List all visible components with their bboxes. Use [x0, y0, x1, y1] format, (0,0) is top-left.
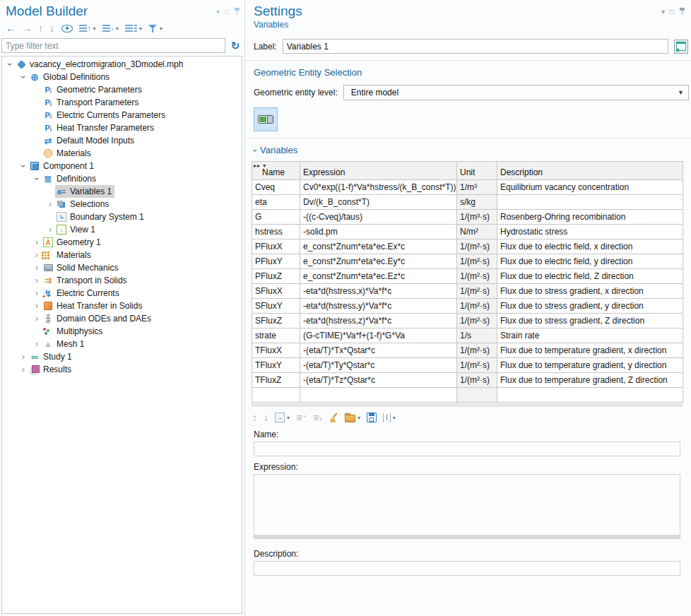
move-up-icon[interactable]: ↑	[38, 23, 43, 34]
cell-expression[interactable]: -eta*d(hstress,x)*Va*f*c	[300, 284, 457, 299]
cell-expression[interactable]: -eta*d(hstress,y)*Va*f*c	[300, 299, 457, 314]
cell-description[interactable]	[497, 195, 683, 210]
filter-input[interactable]	[1, 38, 225, 53]
tree-item-domain-odes-and-daes[interactable]: › Domain ODEs and DAEs	[2, 312, 242, 325]
tree-item-global-definitions[interactable]: › Global Definitions	[2, 71, 242, 83]
pin-icon[interactable]	[679, 8, 685, 16]
cell-description[interactable]: Equilibrium vacancy concentration	[497, 180, 683, 195]
cell-expression[interactable]: -(eta/T)*Tz*Qstar*c	[300, 373, 457, 388]
table-row[interactable]: eta Dv/(k_B_const*T) s/kg	[252, 195, 683, 210]
tree-item-heat-transfer-parameters[interactable]: Heat Transfer Parameters	[2, 122, 242, 134]
expression-input[interactable]	[254, 474, 680, 539]
table-row[interactable]: TFluxY -(eta/T)*Ty*Qstar*c 1/(m²·s) Flux…	[252, 358, 683, 373]
cell-expression[interactable]: -(eta/T)*Tx*Qstar*c	[300, 343, 457, 358]
cell-name[interactable]: Cveq	[252, 180, 300, 195]
tree-item-variables-1[interactable]: Variables 1	[2, 185, 242, 198]
cell-description[interactable]: Rosenberg-Ohring recombination	[497, 210, 683, 225]
cell-unit[interactable]: 1/s	[457, 328, 497, 343]
cell-name[interactable]: PFluxX	[252, 239, 300, 254]
cell-description[interactable]: Flux due to temperature gradient, y dire…	[497, 358, 683, 373]
tree-expander-icon[interactable]: ›	[32, 276, 42, 285]
table-row[interactable]: SFluxZ -eta*d(hstress,z)*Va*f*c 1/(m²·s)…	[252, 314, 683, 328]
cell-unit[interactable]: 1/(m²·s)	[457, 299, 497, 314]
tree-expander-icon[interactable]: ›	[32, 174, 42, 184]
cell-description[interactable]: Strain rate	[497, 328, 683, 343]
node-label-icon[interactable]: ▾	[125, 23, 142, 34]
tree-item-transport-parameters[interactable]: Transport Parameters	[2, 96, 242, 109]
table-row[interactable]	[252, 388, 683, 403]
tree-item-view-1[interactable]: › View 1	[2, 223, 242, 236]
show-icon[interactable]	[61, 23, 73, 33]
cell-expression[interactable]: -eta*d(hstress,z)*Va*f*c	[300, 314, 457, 328]
name-input[interactable]	[254, 442, 680, 456]
tree-item-multiphysics[interactable]: Multiphysics	[2, 325, 242, 338]
move-down-icon[interactable]: ↓	[264, 412, 268, 423]
tree-item-mesh-1[interactable]: › Mesh 1	[2, 338, 242, 350]
move-up-icon[interactable]: ↑	[252, 412, 257, 423]
tree-expander-icon[interactable]: ›	[45, 199, 55, 209]
float-window-icon[interactable]: □	[225, 8, 229, 16]
tree-expander-icon[interactable]: ›	[18, 352, 28, 362]
cell-unit[interactable]: 1/(m²·s)	[457, 343, 497, 358]
clear-table-icon[interactable]	[329, 413, 338, 423]
cell-name[interactable]: PFluxZ	[252, 269, 300, 284]
cell-name[interactable]: SFluxY	[252, 299, 300, 314]
cell-name[interactable]: G	[252, 210, 300, 225]
variables-section-header[interactable]: › Variables	[254, 145, 691, 155]
refresh-icon[interactable]: ↻	[229, 40, 242, 52]
tree-item-electric-currents-parameters[interactable]: Electric Currents Parameters	[2, 109, 242, 122]
cell-name[interactable]: TFluxY	[252, 358, 300, 373]
filter-icon[interactable]: ▾	[148, 23, 163, 34]
cell-name[interactable]	[252, 388, 300, 403]
tree-item-geometry-1[interactable]: › Geometry 1	[2, 236, 242, 249]
play-forward-icon[interactable]: ▸▸ ▾	[254, 162, 266, 169]
tree-item-component-1[interactable]: › Component 1	[2, 160, 242, 172]
cell-expression[interactable]: -solid.pm	[300, 225, 457, 239]
table-row[interactable]: TFluxZ -(eta/T)*Tz*Qstar*c 1/(m²·s) Flux…	[252, 373, 683, 388]
tree-item-selections[interactable]: › Selections	[2, 198, 242, 211]
delete-row-icon[interactable]: ≣ₓ	[313, 412, 322, 423]
active-toggle-button[interactable]	[254, 107, 278, 131]
load-from-file-icon[interactable]: ▾	[345, 412, 360, 423]
cell-name[interactable]: PFluxY	[252, 254, 300, 269]
tree-item-definitions[interactable]: › Definitions	[2, 172, 242, 185]
table-row[interactable]: PFluxZ e_const*Znum*eta*ec.Ez*c 1/(m²·s)…	[252, 269, 683, 284]
tree-expander-icon[interactable]: ›	[32, 237, 42, 247]
chevron-down-icon[interactable]: ▾	[216, 8, 220, 16]
table-row[interactable]: SFluxY -eta*d(hstress,y)*Va*f*c 1/(m²·s)…	[252, 299, 683, 314]
cell-name[interactable]: SFluxX	[252, 284, 300, 299]
move-down-icon[interactable]: ↓	[49, 23, 54, 34]
label-input[interactable]	[283, 39, 668, 54]
rename-form-icon[interactable]	[674, 40, 688, 54]
chevron-down-icon[interactable]: ▾	[661, 8, 665, 16]
cell-description[interactable]: Flux due to electric field, x direction	[497, 239, 683, 254]
tree-expander-icon[interactable]: ›	[32, 339, 42, 349]
table-row[interactable]: strate (G-cTIME)*Va*f+(1-f)*G*Va 1/s Str…	[252, 328, 683, 343]
expand-descending-icon[interactable]: ↓▾	[102, 23, 119, 34]
tree-item-study-1[interactable]: › Study 1	[2, 350, 242, 363]
pin-icon[interactable]	[234, 8, 240, 16]
tree-item-materials[interactable]: › Materials	[2, 249, 242, 261]
cell-unit[interactable]: 1/(m²·s)	[457, 269, 497, 284]
cell-description[interactable]: Flux due to stress gradient, Z direction	[497, 314, 683, 328]
cell-name[interactable]: TFluxZ	[252, 373, 300, 388]
tree-item-solid-mechanics[interactable]: › Solid Mechanics	[2, 261, 242, 274]
tree-item-vacancy-electromigration-3dmodel-mph[interactable]: › vacancy_electromigration_3Dmodel.mph	[2, 58, 242, 71]
cell-description[interactable]: Flux due to stress gradient, y direction	[497, 299, 683, 314]
tree-expander-icon[interactable]: ›	[18, 365, 28, 374]
cell-expression[interactable]: e_const*Znum*eta*ec.Ex*c	[300, 239, 457, 254]
tree-expander-icon[interactable]: ›	[18, 72, 28, 82]
cell-name[interactable]: eta	[252, 195, 300, 210]
table-row[interactable]: G -((c-Cveq)/taus) 1/(m³·s) Rosenberg-Oh…	[252, 210, 683, 225]
add-row-icon[interactable]: ≣⁺	[296, 412, 307, 423]
tree-expander-icon[interactable]: ›	[18, 161, 28, 171]
float-window-icon[interactable]: □	[670, 8, 674, 16]
cell-unit[interactable]: 1/(m²·s)	[457, 239, 497, 254]
cell-unit[interactable]: 1/(m²·s)	[457, 373, 497, 388]
cell-expression[interactable]: -((c-Cveq)/taus)	[300, 210, 457, 225]
move-to-model-icon[interactable]: ▾	[275, 412, 290, 423]
cell-description[interactable]: Flux due to electric field, Z direction	[497, 269, 683, 284]
tree-expander-icon[interactable]: ›	[32, 301, 42, 311]
tree-item-electric-currents[interactable]: › Electric Currents	[2, 287, 242, 300]
cell-unit[interactable]: N/m²	[457, 225, 497, 239]
